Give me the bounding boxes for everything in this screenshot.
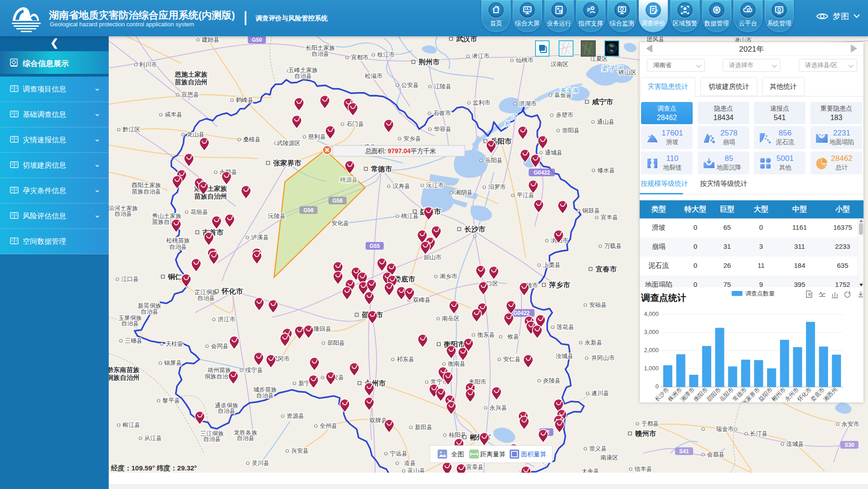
svg-text:桃源县: 桃源县 <box>340 176 358 183</box>
svg-text:公安县: 公安县 <box>401 82 419 88</box>
svg-text:宜丰县: 宜丰县 <box>601 214 618 221</box>
svg-text:武汉市: 武汉市 <box>456 36 477 43</box>
svg-text:信丰县: 信丰县 <box>634 465 652 472</box>
svg-text:郴州市: 郴州市 <box>771 386 787 402</box>
svg-text:锦屏县: 锦屏县 <box>164 359 182 366</box>
svg-text:遂川县: 遂川县 <box>592 390 609 397</box>
svg-text:铜仁: 铜仁 <box>168 273 183 281</box>
svg-text:咸丰县: 咸丰县 <box>165 111 183 118</box>
svg-text:自治县: 自治县 <box>115 210 132 217</box>
svg-text:4,000: 4,000 <box>644 310 659 317</box>
svg-text:安乡县: 安乡县 <box>404 135 421 142</box>
svg-text:自治县: 自治县 <box>218 407 236 414</box>
svg-text:龙山县: 龙山县 <box>187 131 205 138</box>
svg-text:S30: S30 <box>844 442 854 448</box>
svg-text:总面积: 9797.04平方千米: 总面积: 9797.04平方千米 <box>365 147 436 155</box>
svg-text:P: P <box>587 7 590 13</box>
svg-text:G55: G55 <box>370 243 380 249</box>
svg-text:灵川县: 灵川县 <box>252 460 270 466</box>
svg-text:从江县: 从江县 <box>145 435 162 441</box>
svg-text:张家界市: 张家界市 <box>273 159 302 167</box>
svg-text:咸宁市: 咸宁市 <box>592 98 613 106</box>
svg-text:华容县: 华容县 <box>434 126 452 132</box>
svg-text:自治县: 自治县 <box>312 50 329 57</box>
svg-text:自治县: 自治县 <box>198 295 215 301</box>
svg-text:团风县: 团风县 <box>647 36 665 43</box>
svg-text:怀化市: 怀化市 <box>796 386 813 402</box>
svg-text:黔东南苗族: 黔东南苗族 <box>109 366 140 373</box>
svg-text:洪湖市: 洪湖市 <box>519 100 537 107</box>
svg-text:自治县: 自治县 <box>169 243 187 250</box>
svg-text:松滋市: 松滋市 <box>365 73 383 79</box>
svg-text:潜江市: 潜江市 <box>472 53 490 59</box>
svg-text:通山县: 通山县 <box>597 118 615 125</box>
svg-text:洪江市: 洪江市 <box>218 316 236 323</box>
svg-text:赣州市: 赣州市 <box>635 430 656 437</box>
svg-text:建始县: 建始县 <box>202 36 220 43</box>
svg-text:G56: G56 <box>304 207 314 213</box>
svg-text:黎平县: 黎平县 <box>163 397 180 404</box>
svg-text:连城县: 连城县 <box>786 441 804 447</box>
svg-text:长汀县: 长汀县 <box>750 430 768 437</box>
svg-text:万载县: 万载县 <box>604 242 622 249</box>
svg-text:花垣县: 花垣县 <box>190 208 208 215</box>
svg-text:宜都市: 宜都市 <box>351 54 369 61</box>
svg-text:蓝山县: 蓝山县 <box>408 467 425 473</box>
svg-text:自治县: 自治县 <box>203 436 221 442</box>
svg-text:江口县: 江口县 <box>121 276 139 282</box>
svg-text:湘阴县: 湘阴县 <box>455 189 473 196</box>
svg-text:苗族自治州: 苗族自治州 <box>174 78 208 86</box>
svg-text:岳阳市: 岳阳市 <box>719 386 735 402</box>
svg-text:仙桃市: 仙桃市 <box>516 57 534 63</box>
svg-text:平江县: 平江县 <box>517 192 535 199</box>
svg-text:石首市: 石首市 <box>434 110 451 116</box>
svg-text:修水县: 修水县 <box>598 167 615 174</box>
svg-text:祁东县: 祁东县 <box>397 356 415 363</box>
svg-text:湘潭市: 湘潭市 <box>680 386 696 402</box>
svg-text:井冈山市: 井冈山市 <box>591 354 615 361</box>
svg-text:道县: 道县 <box>404 460 416 466</box>
svg-text:大余县: 大余县 <box>582 468 599 473</box>
svg-text:靖州苗族: 靖州苗族 <box>207 367 231 373</box>
svg-text:会同县: 会同县 <box>211 343 229 349</box>
svg-text:松桃苗族: 松桃苗族 <box>166 237 190 244</box>
svg-text:攸县: 攸县 <box>507 333 519 340</box>
svg-text:炎陵县: 炎陵县 <box>543 377 561 384</box>
svg-text:崇义县: 崇义县 <box>589 445 607 452</box>
svg-text:湘西州: 湘西州 <box>822 386 839 402</box>
svg-text:G0422: G0422 <box>534 169 550 176</box>
svg-text:铜鼓县: 铜鼓县 <box>582 207 600 214</box>
svg-text:调查点数量: 调查点数量 <box>745 290 775 297</box>
svg-text:双峰县: 双峰县 <box>413 296 431 303</box>
svg-text:邵阳县: 邵阳县 <box>328 339 345 346</box>
svg-text:面积量算: 面积量算 <box>521 450 546 458</box>
svg-text:湘乡市: 湘乡市 <box>440 273 458 280</box>
svg-text:宁远县: 宁远县 <box>390 450 408 457</box>
svg-text:通城县: 通城县 <box>545 149 563 156</box>
svg-text:苗族自治州: 苗族自治州 <box>194 193 227 200</box>
svg-text:桃江县: 桃江县 <box>401 213 419 219</box>
svg-text:2,000: 2,000 <box>644 347 659 353</box>
svg-text:1,000: 1,000 <box>644 365 659 372</box>
svg-text:长沙市: 长沙市 <box>464 225 486 233</box>
svg-text:益阳市: 益阳市 <box>757 386 774 402</box>
svg-text:斧头湖: 斧头湖 <box>560 87 579 94</box>
svg-text:衡东县: 衡东县 <box>477 331 495 338</box>
svg-text:宣恩县: 宣恩县 <box>182 91 199 98</box>
svg-text:利川市: 利川市 <box>139 61 157 68</box>
svg-text:衡阳市: 衡阳市 <box>693 386 709 402</box>
svg-text:安福县: 安福县 <box>589 301 607 308</box>
svg-text:G56: G56 <box>333 198 343 204</box>
svg-text:永兴县: 永兴县 <box>490 404 507 411</box>
svg-text:恩施土家族: 恩施土家族 <box>174 71 208 78</box>
svg-text:汉寿县: 汉寿县 <box>393 183 410 189</box>
svg-text:监利市: 监利市 <box>473 99 491 106</box>
svg-text:枝江市: 枝江市 <box>377 51 395 58</box>
svg-text:全州县: 全州县 <box>320 422 338 429</box>
svg-text:永新县: 永新县 <box>585 339 603 346</box>
svg-text:于都县: 于都县 <box>641 420 659 427</box>
svg-text:距离量算: 距离量算 <box>480 450 506 458</box>
svg-text:莲花县: 莲花县 <box>557 324 574 330</box>
svg-text:萍乡市: 萍乡市 <box>549 281 570 289</box>
svg-text:长: 长 <box>505 121 511 127</box>
